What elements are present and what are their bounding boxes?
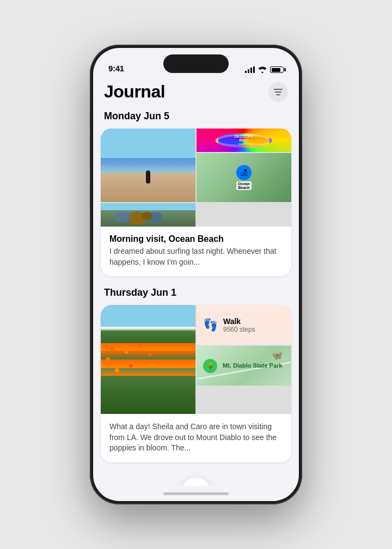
entry-card-2[interactable]: 👣 Walk 9560 steps 🌳 Mt. Diablo State P — [101, 305, 291, 462]
entry1-map-photo: 🏖 OceanBeach — [197, 153, 291, 202]
entry2-preview: What a day! Sheila and Caro are in town … — [109, 422, 283, 454]
volume-down-button[interactable] — [90, 178, 90, 212]
map-location-label: OceanBeach — [236, 181, 251, 190]
entry2-walk-card: 👣 Walk 9560 steps — [197, 305, 291, 345]
walk-steps: 9560 steps — [223, 326, 285, 333]
entry2-poppy-photo — [101, 305, 195, 414]
entry2-activity-col: 👣 Walk 9560 steps 🌳 Mt. Diablo State P — [197, 305, 291, 386]
filter-icon — [275, 91, 281, 93]
entry1-podcast-photo: DECODERRING SLATE — [197, 129, 291, 152]
entry2-date: Thursday Jun 1 — [93, 287, 299, 305]
battery-icon — [270, 66, 284, 73]
entry1-date: Monday Jun 5 — [93, 111, 299, 129]
signal-icon — [245, 66, 255, 73]
filter-button[interactable] — [268, 82, 288, 102]
map-pin-icon: 🏖 — [236, 165, 252, 180]
phone-frame: 9:41 — [90, 45, 302, 504]
page-title: Journal — [104, 82, 165, 102]
filter-icon — [276, 94, 280, 95]
entry1-photo-grid: DECODERRING SLATE 🏖 OceanBeach — [101, 129, 291, 227]
walk-title: Walk — [223, 317, 285, 326]
fab-container: + — [93, 473, 299, 486]
filter-icon — [274, 89, 283, 90]
butterfly-icon: 🦋 — [272, 350, 283, 361]
footprint-icon: 👣 — [203, 318, 218, 332]
power-button[interactable] — [302, 143, 302, 192]
entry2-map-card: 🌳 Mt. Diablo State Park 🦋 — [197, 346, 291, 386]
phone-screen: 9:41 — [93, 48, 299, 501]
entry-card-1[interactable]: DECODERRING SLATE 🏖 OceanBeach — [101, 129, 291, 276]
podcast-source: SLATE — [234, 143, 253, 146]
status-time: 9:41 — [108, 64, 124, 73]
entry1-preview: I dreamed about surfing last night. When… — [109, 246, 283, 267]
status-icons — [245, 66, 284, 73]
entry2-photo-grid: 👣 Walk 9560 steps 🌳 Mt. Diablo State P — [101, 305, 291, 414]
entry1-dog-photo — [101, 203, 195, 227]
entry1-title: Morning visit, Ocean Beach — [109, 234, 283, 244]
diablo-location-label: Mt. Diablo State Park — [223, 362, 282, 369]
silent-switch — [90, 110, 90, 130]
new-entry-button[interactable]: + — [181, 478, 211, 486]
app-header: Journal — [93, 77, 299, 111]
volume-up-button[interactable] — [90, 136, 90, 171]
entry1-text[interactable]: Morning visit, Ocean Beach I dreamed abo… — [101, 227, 291, 276]
entry1-beach-photo — [101, 129, 195, 202]
diablo-pin-icon: 🌳 — [203, 359, 217, 373]
wifi-icon — [258, 66, 267, 73]
scroll-content[interactable]: Journal Monday Jun 5 — [93, 77, 299, 486]
home-indicator — [93, 486, 299, 501]
dynamic-island — [163, 54, 229, 73]
podcast-title: DECODERRING — [234, 135, 253, 143]
entry2-text[interactable]: What a day! Sheila and Caro are in town … — [101, 414, 291, 462]
